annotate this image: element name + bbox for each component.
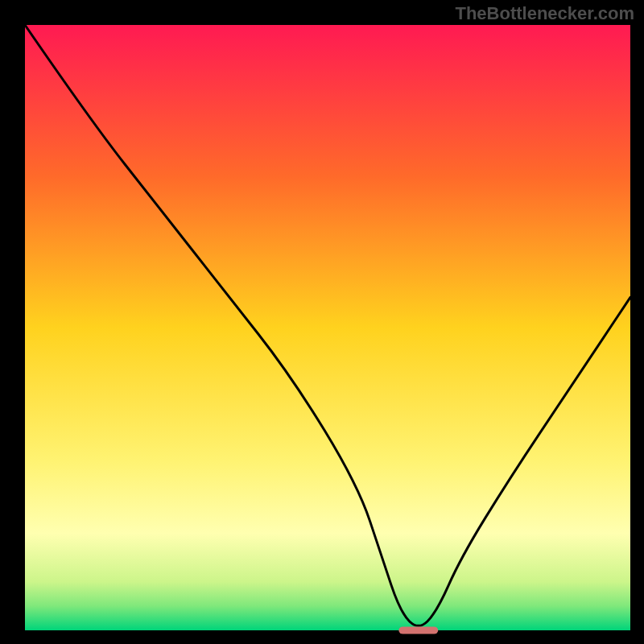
bottleneck-chart: TheBottlenecker.com <box>0 0 644 644</box>
optimum-marker <box>398 626 438 634</box>
plot-area <box>25 25 630 630</box>
watermark-text: TheBottlenecker.com <box>455 3 634 23</box>
